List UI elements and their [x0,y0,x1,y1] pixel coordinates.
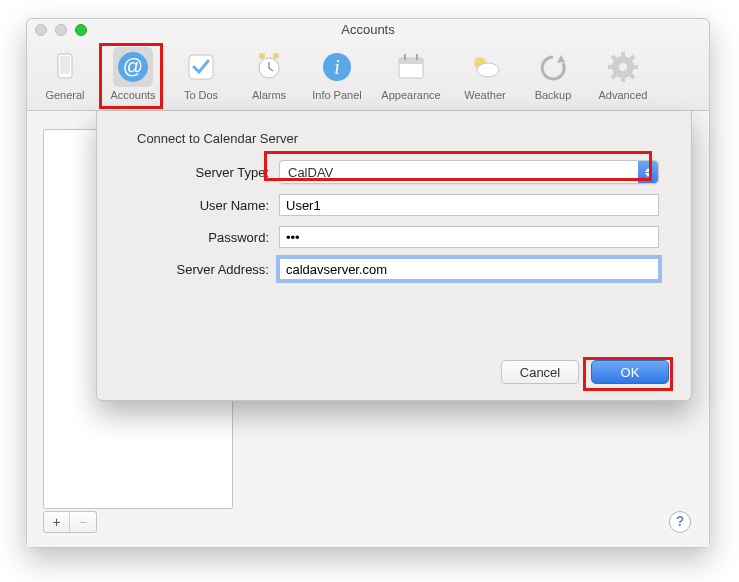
window-title: Accounts [27,19,709,41]
svg-point-7 [273,53,279,59]
ok-button[interactable]: OK [591,360,669,384]
backup-icon [537,52,569,82]
add-remove-controls: + − [43,511,97,533]
server-type-select[interactable]: CalDAV [279,160,659,184]
tab-info-panel[interactable]: i Info Panel [303,43,371,101]
tab-accounts[interactable]: @ Accounts [99,43,167,101]
remove-account-button: − [70,512,96,532]
svg-line-22 [612,56,616,60]
tab-label: General [31,89,99,101]
sheet-buttons: Cancel OK [501,360,669,384]
server-address-label: Server Address: [119,262,269,277]
gear-icon [607,51,639,83]
svg-line-23 [630,74,634,78]
tab-label: Accounts [99,89,167,101]
general-icon [51,52,79,82]
weather-icon [468,53,502,81]
connect-server-sheet: Connect to Calendar Server Server Type: … [96,111,692,401]
server-type-label: Server Type: [119,165,269,180]
svg-rect-11 [399,58,423,64]
prefs-toolbar: General @ Accounts To Dos Alarms i Info … [27,41,709,111]
chevron-up-down-icon [638,161,658,183]
sheet-heading: Connect to Calendar Server [137,131,669,146]
svg-rect-12 [404,54,406,60]
svg-text:i: i [334,56,340,78]
tab-appearance[interactable]: Appearance [371,43,451,101]
tab-alarms[interactable]: Alarms [235,43,303,101]
info-icon: i [321,51,353,83]
tab-label: Alarms [235,89,303,101]
svg-rect-13 [416,54,418,60]
close-window-icon[interactable] [35,24,47,36]
tab-label: Weather [451,89,519,101]
password-field[interactable] [279,226,659,248]
cancel-button[interactable]: Cancel [501,360,579,384]
user-name-label: User Name: [119,198,269,213]
svg-line-25 [612,74,616,78]
traffic-lights [35,24,87,36]
at-sign-icon: @ [116,50,150,84]
server-address-field[interactable] [279,258,659,280]
tab-advanced[interactable]: Advanced [587,43,659,101]
connect-form: Server Type: CalDAV User Name: Password:… [119,160,669,280]
tab-label: To Dos [167,89,235,101]
tab-backup[interactable]: Backup [519,43,587,101]
tab-label: Advanced [587,89,659,101]
svg-point-6 [259,53,265,59]
tab-general[interactable]: General [31,43,99,101]
tab-label: Backup [519,89,587,101]
help-button[interactable]: ? [669,511,691,533]
titlebar: Accounts [27,19,709,41]
svg-point-15 [477,63,499,77]
tab-todos[interactable]: To Dos [167,43,235,101]
calendar-icon [395,52,427,82]
svg-point-17 [619,63,627,71]
alarm-clock-icon [253,52,285,82]
password-label: Password: [119,230,269,245]
svg-rect-1 [60,56,70,74]
server-type-value: CalDAV [288,165,333,180]
user-name-field[interactable] [279,194,659,216]
tab-weather[interactable]: Weather [451,43,519,101]
tab-label: Appearance [371,89,451,101]
checkmark-icon [186,52,216,82]
svg-line-24 [630,56,634,60]
minimize-window-icon[interactable] [55,24,67,36]
zoom-window-icon[interactable] [75,24,87,36]
svg-text:@: @ [123,55,143,77]
tab-label: Info Panel [303,89,371,101]
add-account-button[interactable]: + [44,512,70,532]
